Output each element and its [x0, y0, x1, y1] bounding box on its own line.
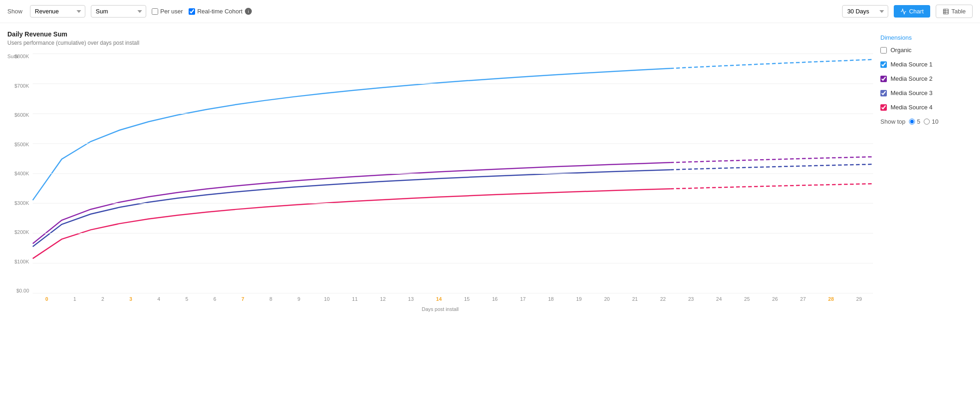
grid-line: [33, 113, 873, 114]
y-label: $200K: [14, 229, 29, 235]
show-top-5-label[interactable]: 5: [909, 118, 920, 125]
chart-inner: [33, 54, 873, 293]
ms3-checkbox[interactable]: [880, 90, 887, 96]
x-tick: 8: [257, 296, 285, 302]
ms3-label: Media Source 3: [891, 90, 932, 96]
y-label: $600K: [14, 112, 29, 118]
days-select[interactable]: 7 Days 14 Days 30 Days 60 Days 90 Days: [842, 5, 888, 18]
realtime-cohort-label: Real-time Cohort: [197, 8, 243, 15]
main-content: Daily Revenue Sum Users performance (cum…: [0, 23, 980, 319]
grid-line: [33, 173, 873, 174]
chart-button[interactable]: Chart: [894, 5, 930, 18]
x-tick: 28: [817, 296, 845, 302]
x-tick: 27: [789, 296, 817, 302]
organic-label: Organic: [891, 47, 912, 54]
x-tick: 3: [117, 296, 145, 302]
dimension-organic: Organic: [880, 47, 973, 54]
y-label: $500K: [14, 142, 29, 147]
dimension-ms3: Media Source 3: [880, 90, 973, 96]
x-tick: 25: [733, 296, 761, 302]
chart-title: Daily Revenue Sum: [7, 30, 873, 38]
x-tick: 29: [845, 296, 873, 302]
x-tick: 14: [425, 296, 453, 302]
per-user-checkbox-label[interactable]: Per user: [152, 8, 183, 15]
x-tick: 13: [397, 296, 425, 302]
y-label: $400K: [14, 171, 29, 176]
top-bar: Show Revenue Sessions Users Sum Average …: [0, 0, 980, 23]
show-label: Show: [7, 8, 23, 15]
ms4-checkbox[interactable]: [880, 104, 887, 111]
x-tick: 5: [173, 296, 201, 302]
dimension-ms2: Media Source 2: [880, 75, 973, 82]
info-icon[interactable]: i: [245, 8, 252, 15]
table-button-label: Table: [951, 8, 966, 15]
dimensions-title: Dimensions: [880, 34, 973, 41]
show-top-10-label[interactable]: 10: [924, 118, 938, 125]
x-tick: 21: [621, 296, 649, 302]
x-tick: 16: [481, 296, 509, 302]
x-tick: 2: [89, 296, 117, 302]
show-top-10-value: 10: [932, 118, 938, 125]
sidebar: Dimensions Organic Media Source 1 Media …: [880, 30, 973, 312]
y-axis: $800K$700K$600K$500K$400K$300K$200K$100K…: [7, 54, 33, 293]
grid-line: [33, 143, 873, 144]
grid-line: [33, 263, 873, 263]
days-select-wrap: 7 Days 14 Days 30 Days 60 Days 90 Days: [842, 5, 888, 18]
show-top-10-radio[interactable]: [924, 119, 930, 125]
x-tick: 9: [285, 296, 313, 302]
dimension-ms1: Media Source 1: [880, 61, 973, 68]
y-label: $100K: [14, 259, 29, 264]
x-tick: 17: [509, 296, 537, 302]
x-tick: 15: [453, 296, 481, 302]
dimension-ms4: Media Source 4: [880, 104, 973, 111]
chart-subtitle: Users performance (cumulative) over days…: [7, 40, 873, 46]
per-user-checkbox[interactable]: [152, 8, 158, 15]
x-axis-title: Days post install: [422, 306, 458, 312]
x-tick: 22: [649, 296, 677, 302]
realtime-cohort-checkbox[interactable]: [189, 8, 195, 15]
ms1-checkbox[interactable]: [880, 61, 887, 68]
show-top-5-radio[interactable]: [909, 119, 915, 125]
realtime-cohort-checkbox-label[interactable]: Real-time Cohort i: [189, 8, 252, 15]
ms4-label: Media Source 4: [891, 104, 932, 111]
x-tick: 11: [341, 296, 369, 302]
x-tick: 19: [565, 296, 593, 302]
x-tick: 10: [313, 296, 341, 302]
chart-button-label: Chart: [909, 8, 924, 15]
aggregation-select[interactable]: Sum Average Min Max: [91, 5, 146, 18]
x-tick: 24: [705, 296, 733, 302]
y-label: $800K: [14, 54, 29, 59]
x-tick: 26: [761, 296, 789, 302]
ms2-checkbox[interactable]: [880, 76, 887, 82]
x-tick: 20: [593, 296, 621, 302]
show-top-label: Show top: [880, 118, 905, 125]
ms1-label: Media Source 1: [891, 61, 932, 68]
chart-container: Sum $800K$700K$600K$500K$400K$300K$200K$…: [7, 54, 873, 312]
y-label: $0.00: [16, 288, 29, 293]
x-tick: 7: [229, 296, 257, 302]
per-user-label: Per user: [160, 8, 183, 15]
x-tick: 4: [145, 296, 173, 302]
grid-line: [33, 84, 873, 84]
y-label: $700K: [14, 83, 29, 89]
x-tick: 23: [677, 296, 705, 302]
table-button[interactable]: Table: [936, 5, 973, 18]
grid-line: [33, 233, 873, 233]
x-tick: 6: [201, 296, 229, 302]
show-top: Show top 5 10: [880, 118, 973, 125]
chart-area: Daily Revenue Sum Users performance (cum…: [7, 30, 873, 312]
x-tick: 0: [33, 296, 61, 302]
show-top-5-value: 5: [917, 118, 920, 125]
svg-rect-0: [944, 9, 949, 14]
grid-line: [33, 203, 873, 203]
organic-checkbox[interactable]: [880, 47, 887, 54]
x-tick: 18: [537, 296, 565, 302]
y-label: $300K: [14, 200, 29, 206]
x-tick: 12: [369, 296, 397, 302]
metric-select[interactable]: Revenue Sessions Users: [30, 5, 85, 18]
grid-line: [33, 54, 873, 54]
ms2-label: Media Source 2: [891, 75, 932, 82]
x-tick: 1: [61, 296, 89, 302]
